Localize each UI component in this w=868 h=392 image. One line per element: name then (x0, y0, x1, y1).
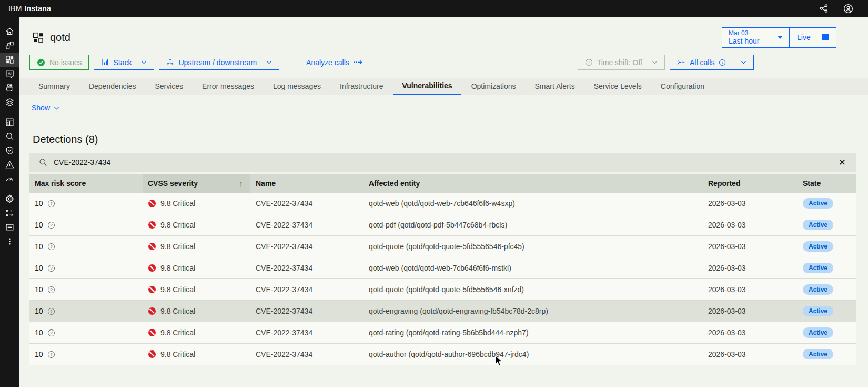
no-issues-button[interactable]: No issues (29, 55, 89, 70)
security-shield-icon[interactable] (0, 143, 19, 158)
tab-vulnerabilities[interactable]: Vulnerabilities (393, 78, 461, 95)
tab-summary[interactable]: Summary (29, 78, 79, 95)
applications-icon[interactable] (0, 53, 19, 67)
analytics-search-icon[interactable] (0, 129, 19, 143)
affected-entity: qotd-author (qotd/qotd-author-696bcdb947… (364, 350, 703, 358)
platforms-icon[interactable] (0, 81, 19, 95)
share-icon[interactable] (819, 3, 829, 14)
all-calls-button[interactable]: All calls (670, 55, 754, 70)
topology-icon[interactable] (0, 38, 19, 53)
time-picker: Mar 03 Last hour Live (722, 27, 836, 48)
clear-search-icon[interactable]: ✕ (837, 158, 847, 167)
critical-severity-icon (148, 199, 156, 208)
svg-text:?: ? (50, 201, 53, 206)
column-header-max-risk-score[interactable]: Max risk score (29, 174, 143, 193)
table-row[interactable]: 10 ? 9.8 Critical CVE-2022-37434 qotd-we… (29, 193, 856, 214)
chevron-down-icon (652, 60, 658, 64)
help-icon[interactable]: ? (47, 350, 55, 358)
max-risk-score-value: 10 (35, 350, 43, 358)
reported-date: 2026-03-03 (703, 350, 798, 358)
tab-error-messages[interactable]: Error messages (193, 78, 263, 95)
help-icon[interactable]: ? (47, 286, 55, 294)
brand-name: Instana (25, 4, 51, 13)
live-button[interactable]: Live (790, 28, 836, 47)
time-range-value: Last hour (729, 37, 759, 45)
all-calls-label: All calls (690, 58, 714, 67)
svg-text:?: ? (50, 266, 53, 271)
events-warning-icon[interactable] (0, 158, 19, 172)
tab-log-messages[interactable]: Log messages (264, 78, 330, 95)
time-range-selector[interactable]: Mar 03 Last hour (722, 28, 790, 47)
help-icon[interactable]: ? (47, 200, 55, 208)
search-input[interactable] (54, 158, 837, 167)
chevron-down-icon (141, 60, 147, 64)
vulnerability-name: CVE-2022-37434 (250, 199, 364, 208)
reported-date: 2026-03-03 (703, 264, 798, 272)
help-icon[interactable]: ? (47, 329, 55, 337)
affected-entity: qotd-web (qotd/qotd-web-7cb646f6f6-mstkl… (364, 264, 703, 272)
tab-configuration[interactable]: Configuration (652, 78, 713, 95)
brand-prefix: IBM (8, 4, 22, 13)
tab-smart-alerts[interactable]: Smart Alerts (526, 78, 583, 95)
chevron-down-icon (266, 60, 272, 64)
state-badge: Active (803, 241, 833, 252)
stack-button[interactable]: Stack (94, 55, 154, 70)
affected-entity: qotd-pdf (qotd/qotd-pdf-5b447c68b4-rbcls… (364, 221, 703, 229)
table-row[interactable]: 10 ? 9.8 Critical CVE-2022-37434 qotd-en… (29, 301, 856, 322)
cvss-severity-value: 9.8 Critical (160, 350, 195, 358)
table-row[interactable]: 10 ? 9.8 Critical CVE-2022-37434 qotd-qu… (29, 279, 856, 301)
column-header-reported[interactable]: Reported (703, 174, 798, 193)
show-dropdown[interactable]: Show (32, 104, 59, 112)
settings-gear-icon[interactable] (0, 192, 19, 206)
nav-divider (4, 189, 15, 189)
svg-text:AI: AI (8, 71, 12, 75)
check-circle-icon (37, 58, 45, 67)
table-row[interactable]: 10 ? 9.8 Critical CVE-2022-37434 qotd-pd… (29, 214, 856, 236)
dashboard-icon[interactable]: 31 (0, 115, 19, 129)
state-badge: Active (803, 284, 833, 295)
table-row[interactable]: 10 ? 9.8 Critical CVE-2022-37434 qotd-au… (29, 344, 856, 365)
cvss-severity-value: 9.8 Critical (160, 307, 195, 315)
help-icon[interactable]: ? (47, 264, 55, 272)
table-row[interactable]: 10 ? 9.8 Critical CVE-2022-37434 qotd-qu… (29, 236, 856, 257)
max-risk-score-value: 10 (35, 264, 43, 272)
table-body: 10 ? 9.8 Critical CVE-2022-37434 qotd-we… (29, 193, 856, 365)
upstream-downstream-label: Upstream / downstream (178, 58, 257, 67)
tab-optimizations[interactable]: Optimizations (462, 78, 525, 95)
cvss-severity-value: 9.8 Critical (160, 221, 195, 229)
affected-entity: qotd-quote (qotd/qotd-quote-5fd5556546-p… (364, 242, 703, 251)
column-header-name[interactable]: Name (250, 174, 364, 193)
ai-insights-icon[interactable]: AI (0, 67, 19, 81)
automation-gauge-icon[interactable] (0, 172, 19, 186)
tab-infrastructure[interactable]: Infrastructure (331, 78, 392, 95)
overflow-menu-icon[interactable] (0, 234, 19, 249)
column-header-affected-entity[interactable]: Affected entity (364, 174, 703, 193)
side-navigation: AI 31 1 (0, 17, 19, 387)
action-sequence-icon[interactable]: 1 (0, 206, 19, 220)
max-risk-score-value: 10 (35, 307, 43, 315)
help-icon[interactable]: ? (47, 307, 55, 315)
help-icon[interactable]: ? (47, 243, 55, 251)
application-icon (33, 32, 44, 43)
table-row[interactable]: 10 ? 9.8 Critical CVE-2022-37434 qotd-ra… (29, 322, 856, 344)
home-icon[interactable] (0, 24, 19, 38)
critical-severity-icon (148, 328, 156, 337)
time-shift-button[interactable]: Time shift: Off (578, 55, 665, 70)
layers-icon[interactable] (0, 95, 19, 109)
table-row[interactable]: 10 ? 9.8 Critical CVE-2022-37434 qotd-we… (29, 257, 856, 279)
analyze-calls-button[interactable]: Analyze calls (299, 55, 369, 70)
cvss-severity-value: 9.8 Critical (160, 285, 195, 294)
sort-ascending-icon: ↑ (239, 179, 246, 188)
max-risk-score-value: 10 (35, 221, 43, 229)
user-avatar-icon[interactable] (843, 3, 853, 14)
chevron-down-icon (741, 60, 746, 64)
tab-dependencies[interactable]: Dependencies (80, 78, 145, 95)
column-header-cvss-severity[interactable]: CVSS severity↑ (143, 174, 250, 193)
tab-service-levels[interactable]: Service Levels (585, 78, 651, 95)
column-header-state[interactable]: State (798, 174, 856, 193)
reports-icon[interactable] (0, 220, 19, 234)
help-icon[interactable]: ? (47, 221, 55, 229)
vulnerability-name: CVE-2022-37434 (250, 264, 364, 272)
tab-services[interactable]: Services (146, 78, 192, 95)
upstream-downstream-button[interactable]: Upstream / downstream (159, 55, 279, 70)
